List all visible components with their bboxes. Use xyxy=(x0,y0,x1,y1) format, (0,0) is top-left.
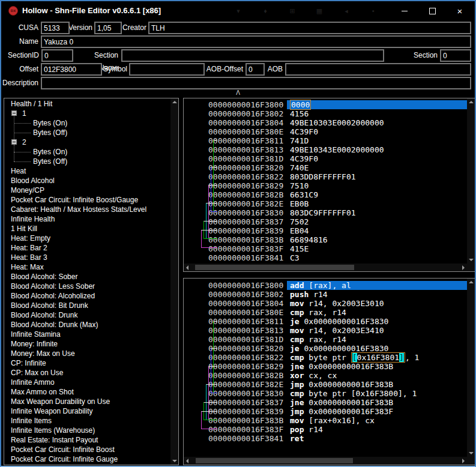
minimize-button[interactable] xyxy=(391,2,418,19)
maximize-button[interactable] xyxy=(418,2,446,19)
asm-hscrollbar[interactable] xyxy=(184,457,467,465)
list-item[interactable]: Blood Alcohol: Sober xyxy=(4,272,170,282)
tree-root[interactable]: Health / 1 Hit xyxy=(4,99,170,109)
asm-row[interactable]: 00000000016F383Fpop r14 xyxy=(184,425,467,434)
tree-leaf[interactable]: Bytes (On) xyxy=(4,147,170,157)
asm-row[interactable]: 00000000016F382Bxor cx, cx xyxy=(184,371,467,380)
hex-row[interactable]: 00000000016F38377502 xyxy=(184,217,467,226)
asm-vscrollbar[interactable] xyxy=(467,279,475,457)
asm-row[interactable]: 00000000016F3830cmp byte ptr [0x16F3800]… xyxy=(184,389,467,398)
asm-row[interactable]: 00000000016F3822cmp byte ptr [0x16F3801]… xyxy=(184,353,467,362)
scroll-right-icon[interactable] xyxy=(462,459,465,463)
list-item[interactable]: Infinite Ammo xyxy=(4,378,170,387)
checkered-icon[interactable]: ▦ xyxy=(313,2,325,19)
scroll-up-icon[interactable] xyxy=(469,101,474,103)
version-field[interactable] xyxy=(94,22,122,34)
list-item[interactable]: Money: Max on Use xyxy=(4,349,170,358)
list-item[interactable]: CP: Max on Use xyxy=(4,368,170,378)
list-item[interactable]: Blood Alcohol: Bit Drunk xyxy=(4,301,170,310)
hex-row[interactable]: 00000000016F3830803DC9FFFFFF01 xyxy=(184,208,467,217)
scroll-left-icon[interactable] xyxy=(186,459,188,463)
list-item[interactable]: Real Estate: Instant Payout xyxy=(4,435,170,445)
asm-row[interactable]: 00000000016F3802push r14 xyxy=(184,290,467,299)
scroll-down-icon[interactable] xyxy=(469,259,474,261)
tree-leaf[interactable]: Bytes (Off) xyxy=(4,157,170,166)
asm-row[interactable]: 00000000016F3804mov r14, 0x2003E3010 xyxy=(184,299,467,308)
hex-row[interactable]: 00000000016F38024156 xyxy=(184,109,467,118)
asm-row[interactable]: 00000000016F3829jne 0x00000000016F383B xyxy=(184,362,467,371)
hex-hscrollbar[interactable] xyxy=(184,264,467,271)
list-item[interactable]: Heat: Bar 2 xyxy=(4,243,170,253)
list-item[interactable]: Pocket Car Circuit: Infinite Boost/Gauge xyxy=(4,195,170,205)
list-item[interactable]: Infinite Items (Warehouse) xyxy=(4,426,170,435)
pin-icon[interactable]: ◂ xyxy=(340,2,352,19)
section-name-field[interactable] xyxy=(121,49,384,62)
asm-row[interactable]: 00000000016F3813mov r14, 0x2003E3410 xyxy=(184,326,467,335)
hex-row[interactable]: 00000000016F383B66894816 xyxy=(184,235,467,244)
titlebar[interactable]: DX Hollow - Shn-File Editor v0.6.6.1 [x8… xyxy=(2,2,474,19)
cheat-list-scrollbar[interactable] xyxy=(170,98,178,465)
section-protection-field[interactable] xyxy=(440,49,471,62)
asm-row[interactable]: 00000000016F383Bmov [rax+0x16], cx xyxy=(184,416,467,425)
splitter-toggle[interactable]: Λ xyxy=(1,89,475,97)
hex-row[interactable]: 00000000016F382B6631C9 xyxy=(184,190,467,199)
name-field[interactable] xyxy=(41,35,471,48)
import-icon[interactable]: ⊞ xyxy=(286,2,298,19)
list-item[interactable]: 1 Hit Kill xyxy=(4,224,170,234)
scrollbar-thumb[interactable] xyxy=(195,265,354,270)
asm-row[interactable]: 00000000016F382Ejmp 0x00000000016F383B xyxy=(184,380,467,389)
hex-row[interactable]: 00000000016F383F415E xyxy=(184,244,467,253)
asm-row[interactable]: 00000000016F3800add [rax], al xyxy=(184,281,467,290)
list-item[interactable]: Blood Alcohol: Alcoholized xyxy=(4,291,170,301)
tree-leaf[interactable]: Bytes (On) xyxy=(4,118,170,128)
creator-field[interactable] xyxy=(148,22,471,34)
asm-row[interactable]: 00000000016F3837jne 0x00000000016F383B xyxy=(184,398,467,407)
tree-node[interactable]: 1 xyxy=(4,109,170,118)
collapse-expander-icon[interactable] xyxy=(11,110,17,116)
hex-row[interactable]: 00000000016F381349BE10343E0002000000 xyxy=(184,145,467,154)
hex-row[interactable]: 00000000016F38297510 xyxy=(184,181,467,190)
list-item[interactable]: Money: Infinite xyxy=(4,339,170,349)
hex-row[interactable]: 00000000016F380449BE10303E0002000000 xyxy=(184,118,467,127)
scrollbar-thumb[interactable] xyxy=(196,458,353,463)
list-item[interactable]: Blood Alcohol: Drunk (Max) xyxy=(4,320,170,330)
scroll-down-icon[interactable] xyxy=(469,452,474,454)
aob-offset-field[interactable] xyxy=(246,63,265,76)
list-item[interactable]: Heat: Empty xyxy=(4,234,170,243)
close-button[interactable]: × xyxy=(446,2,474,19)
list-item[interactable]: Infinite Stamina xyxy=(4,330,170,339)
hex-row[interactable]: 00000000016F38000000 xyxy=(184,100,467,109)
hex-row[interactable]: 00000000016F3822803DD8FFFFFF01 xyxy=(184,172,467,181)
dot-icon[interactable]: ▪ xyxy=(367,2,379,19)
tree-node[interactable]: 2 xyxy=(4,137,170,147)
hex-row[interactable]: 00000000016F3811741D xyxy=(184,136,467,145)
collapse-expander-icon[interactable] xyxy=(11,139,17,145)
list-item[interactable]: Heat xyxy=(4,166,170,176)
offset-field[interactable] xyxy=(41,63,102,76)
description-field[interactable] xyxy=(41,77,471,89)
list-item[interactable]: Infinite Weapon Durability xyxy=(4,406,170,416)
aob-field[interactable] xyxy=(285,63,471,76)
scroll-up-icon[interactable] xyxy=(172,101,177,103)
list-item[interactable]: Cabaret: Health / Max Hostess Stats/Leve… xyxy=(4,205,170,214)
list-item[interactable]: Max Weapon Durability on Use xyxy=(4,397,170,406)
hex-row[interactable]: 00000000016F381D4C39F0 xyxy=(184,154,467,163)
asm-row[interactable]: 00000000016F3841ret xyxy=(184,434,467,443)
list-item[interactable]: Infinite Health xyxy=(4,214,170,224)
list-item[interactable]: Heat: Max xyxy=(4,262,170,272)
hex-row[interactable]: 00000000016F3841C3 xyxy=(184,253,467,262)
asm-row[interactable]: 00000000016F3811je 0x00000000016F3830 xyxy=(184,317,467,326)
hex-row[interactable]: 00000000016F3820740E xyxy=(184,163,467,172)
asm-row[interactable]: 00000000016F380Ecmp rax, r14 xyxy=(184,308,467,317)
tools-icon[interactable]: ♦ xyxy=(259,2,271,19)
asm-row[interactable]: 00000000016F381Dcmp rax, r14 xyxy=(184,335,467,344)
list-item[interactable]: Blood Alcohol: Less Sober xyxy=(4,282,170,291)
collapse-all-icon[interactable]: ▾ xyxy=(232,2,244,19)
symbol-field[interactable] xyxy=(129,63,205,76)
list-item[interactable]: Pocket Car Circuit: Infinite Boost xyxy=(4,445,170,454)
asm-row[interactable]: 00000000016F3839jmp 0x00000000016F383F xyxy=(184,407,467,416)
list-item[interactable]: Heat: Bar 3 xyxy=(4,253,170,262)
tree-leaf[interactable]: Bytes (Off) xyxy=(4,128,170,137)
scroll-down-icon[interactable] xyxy=(172,460,177,462)
scroll-left-icon[interactable] xyxy=(186,265,188,270)
